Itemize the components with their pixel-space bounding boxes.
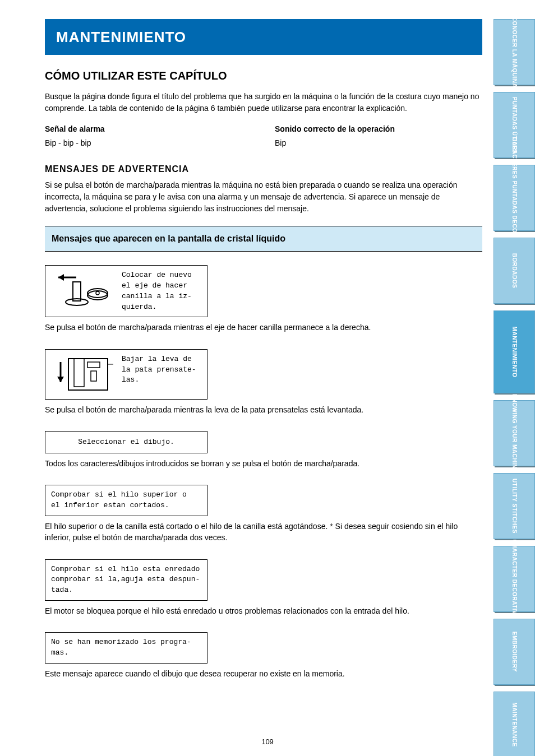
side-tab-label: EMBROIDERY bbox=[511, 632, 518, 672]
howto-intro: Busque la página donde figura el título … bbox=[45, 91, 482, 114]
svg-marker-8 bbox=[57, 377, 64, 382]
ok-sound: Bip bbox=[275, 137, 482, 149]
lcd-display-box: Seleccionar el dibujo. bbox=[45, 431, 207, 453]
svg-point-6 bbox=[96, 291, 99, 295]
svg-rect-2 bbox=[73, 282, 81, 301]
lcd-display-box: Colocar de nuevo el eje de hacer canilla… bbox=[45, 265, 207, 317]
messages-band-text: Mensajes que aparecen en la pantalla de … bbox=[52, 234, 285, 243]
foot-illustration bbox=[51, 354, 118, 395]
svg-point-4 bbox=[87, 291, 108, 300]
lcd-display-box: Comprobar si el hilo esta enredado compr… bbox=[45, 559, 207, 601]
lcd-display-box: Bajar la leva de la pata prensate- las. bbox=[45, 349, 207, 400]
side-tab[interactable]: UTILITY STITCHES bbox=[494, 473, 535, 539]
beep-info: Señal de alarma Bip - bip - bip Sonido c… bbox=[45, 123, 482, 149]
bobbin-illustration bbox=[51, 270, 118, 310]
message-explanation: El hilo superior o de la canilla está co… bbox=[45, 521, 482, 544]
alarm-label: Señal de alarma bbox=[45, 123, 252, 135]
svg-rect-10 bbox=[74, 359, 84, 387]
chapter-title: MANTENIMIENTO bbox=[56, 29, 186, 46]
svg-rect-11 bbox=[87, 362, 100, 368]
side-tab-label: CONOCER LA MÁQUINA bbox=[511, 17, 518, 87]
warning-text: Si se pulsa el botón de marcha/parada mi… bbox=[45, 179, 482, 215]
messages-band: Mensajes que aparecen en la pantalla de … bbox=[45, 226, 482, 252]
message-block: Comprobar si el hilo esta enredado compr… bbox=[45, 559, 482, 617]
lcd-display-text: Comprobar si el hilo superior o el infer… bbox=[51, 490, 187, 511]
message-block: Comprobar si el hilo superior o el infer… bbox=[45, 485, 482, 543]
side-tab[interactable]: BORDADOS bbox=[494, 238, 535, 304]
lcd-display-text: Colocar de nuevo el eje de hacer canilla… bbox=[122, 270, 201, 312]
message-explanation: Se pulsa el botón de marcha/parada mient… bbox=[45, 404, 482, 415]
presser-foot-icon bbox=[54, 354, 116, 395]
svg-rect-12 bbox=[91, 371, 96, 381]
side-tab[interactable]: MANTENIMIENTO bbox=[494, 310, 535, 393]
side-tab[interactable]: CONOCER LA MÁQUINA bbox=[494, 19, 535, 85]
message-explanation: El motor se bloquea porque el hilo está … bbox=[45, 605, 482, 616]
svg-marker-1 bbox=[58, 274, 64, 281]
message-explanation: Se pulsa el botón de marcha/parada mient… bbox=[45, 322, 482, 333]
side-tab-label: UTILITY STITCHES bbox=[511, 479, 518, 534]
lcd-display-text: Bajar la leva de la pata prensate- las. bbox=[122, 354, 201, 386]
lcd-display-text: Seleccionar el dibujo. bbox=[78, 437, 174, 448]
lcd-display-text: Comprobar si el hilo esta enredado compr… bbox=[51, 564, 200, 596]
lcd-display-box: No se han memorizado los progra- mas. bbox=[45, 632, 207, 664]
alarm-sound: Bip - bip - bip bbox=[45, 137, 252, 149]
message-block: Bajar la leva de la pata prensate- las.S… bbox=[45, 349, 482, 415]
side-tab-label: BORDADOS bbox=[511, 253, 518, 288]
side-tab[interactable]: MAINTENANCE bbox=[494, 692, 535, 756]
side-tab[interactable]: CARACTERES PUNTADAS DECORATIVAS bbox=[494, 165, 535, 231]
svg-point-3 bbox=[66, 299, 88, 305]
howto-header: CÓMO UTILIZAR ESTE CAPÍTULO bbox=[45, 67, 482, 84]
lcd-display-text: No se han memorizado los progra- mas. bbox=[51, 637, 191, 658]
side-tab-label: CHARACTER DECORATIVE bbox=[511, 540, 518, 619]
side-tab-label: MAINTENANCE bbox=[511, 702, 518, 746]
side-tab[interactable]: EMBROIDERY bbox=[494, 619, 535, 685]
ok-label: Sonido correcto de la operación bbox=[275, 123, 482, 135]
bobbin-icon bbox=[54, 271, 116, 310]
chapter-header: MANTENIMIENTO bbox=[45, 19, 482, 55]
messages-list: Colocar de nuevo el eje de hacer canilla… bbox=[45, 265, 482, 679]
message-block: Colocar de nuevo el eje de hacer canilla… bbox=[45, 265, 482, 333]
side-tab-label: MANTENIMIENTO bbox=[511, 327, 518, 378]
svg-point-5 bbox=[87, 289, 108, 298]
side-tab-label: KNOWING YOUR MACHINE bbox=[511, 394, 518, 472]
page-content: CÓMO UTILIZAR ESTE CAPÍTULO Busque la pá… bbox=[45, 67, 482, 695]
message-block: Seleccionar el dibujo.Todos los caracter… bbox=[45, 431, 482, 469]
side-tabs: CONOCER LA MÁQUINAPUNTADAS ÚTILESCARACTE… bbox=[494, 19, 535, 756]
side-tab[interactable]: CHARACTER DECORATIVE bbox=[494, 546, 535, 612]
message-explanation: Este mensaje aparece cuando el dibujo qu… bbox=[45, 668, 482, 679]
page-number: 109 bbox=[261, 738, 274, 746]
message-block: No se han memorizado los progra- mas.Est… bbox=[45, 632, 482, 679]
message-explanation: Todos los caracteres/dibujos introducido… bbox=[45, 458, 482, 469]
lcd-display-box: Comprobar si el hilo superior o el infer… bbox=[45, 485, 207, 516]
warning-title: MENSAJES DE ADVERTENCIA bbox=[45, 163, 482, 176]
side-tab[interactable]: KNOWING YOUR MACHINE bbox=[494, 400, 535, 466]
